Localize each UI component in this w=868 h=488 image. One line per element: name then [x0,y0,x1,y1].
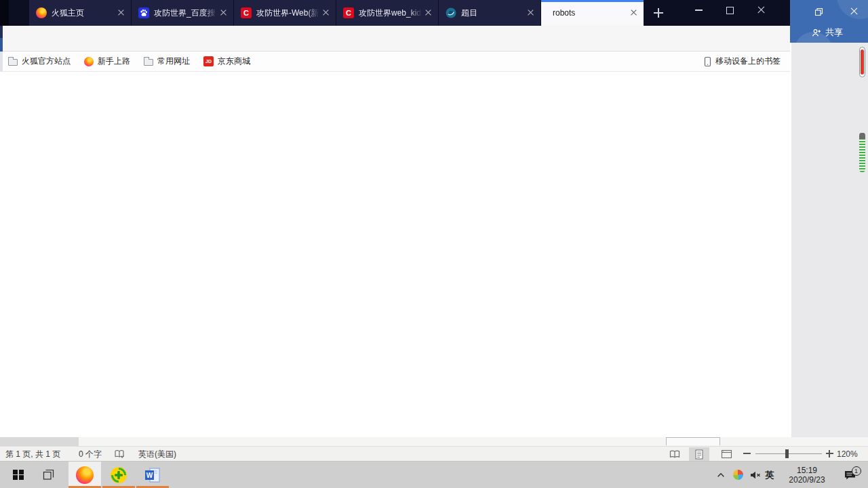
ime-label: 英 [766,469,774,481]
word-zoom-level[interactable]: 120% [837,449,858,460]
word-share-button[interactable]: 共享 [811,26,843,39]
notification-badge: 1 [852,466,861,476]
clock-time: 15:19 [797,466,817,475]
jd-favicon: JD [203,56,214,66]
tab-title: robots [553,8,629,18]
tab-close-icon[interactable] [423,7,434,18]
tab-close-icon[interactable] [116,7,127,18]
tab-title: 题目 [461,7,526,19]
print-layout-button[interactable] [689,447,709,461]
browser-tab[interactable]: 题目 [439,0,541,26]
web-layout-button[interactable] [716,447,736,461]
close-icon [757,6,766,15]
firefox-window: 火狐主页攻防世界_百度搜C攻防世界-Web(新C攻防世界web_kid题目rob… [0,0,790,437]
word-vertical-scrollbar-thumb[interactable] [859,47,865,77]
tab-title: 攻防世界web_kid [359,7,423,19]
tray-clock[interactable]: 15:19 2020/9/23 [780,462,834,488]
proofing-icon[interactable] [114,449,125,459]
taskbar-firefox-button[interactable] [68,462,101,488]
tab-title: 攻防世界_百度搜 [154,7,218,19]
navigation-toolbar: 220.249.52.133:34094 [0,26,790,52]
browser-tab[interactable]: 攻防世界_百度搜 [132,0,234,26]
baidu-favicon [138,7,149,18]
browser-maximize-button[interactable] [714,0,745,20]
firefox-favicon [84,57,94,66]
plus-icon-v [658,8,659,18]
word-restore-button[interactable] [808,4,829,19]
tab-close-icon[interactable] [321,7,332,18]
taskbar-word-button[interactable]: W [136,462,169,488]
csdn-favicon: C [343,7,354,18]
page-content-blank[interactable] [0,72,790,437]
firefox-favicon [36,7,47,18]
browser-tab[interactable]: robots [541,0,644,26]
bookmark-item[interactable]: 新手上路 [84,56,130,67]
word-horizontal-scrollbar[interactable] [0,437,868,446]
tab-bar-left-edge [0,0,9,26]
browser-close-button[interactable] [745,0,776,20]
action-center-button[interactable]: 1 [838,462,861,488]
pinwheel-icon [733,470,743,480]
tray-volume[interactable] [747,462,763,488]
mobile-bookmarks-label: 移动设备上的书签 [715,56,781,67]
taskbar-360-button[interactable] [102,462,135,488]
zoom-slider-track[interactable] [755,453,822,454]
word-horizontal-scrollbar-thumb[interactable] [0,437,79,446]
browser-tab[interactable]: C攻防世界-Web(新 [234,0,336,26]
tab-close-icon[interactable] [218,7,229,18]
word-page-info[interactable]: 第 1 页, 共 1 页 [5,449,60,460]
read-mode-button[interactable] [665,447,685,461]
folder-icon [144,59,153,66]
bookmarks-strip: 火狐官方站点新手上路常用网址JD京东商城 [8,52,250,71]
browser-tab[interactable]: 火狐主页 [29,0,132,26]
360-antivirus-icon [110,466,127,484]
word-document-area [790,43,868,446]
word-word-count[interactable]: 0 个字 [79,449,102,460]
restore-icon [814,7,823,16]
bookmark-item[interactable]: JD京东商城 [203,56,250,67]
screen: 共享 第 1 页, 共 1 页 0 个字 英语(美国) [0,0,868,488]
csdn-favicon: C [241,7,252,18]
red-scroll-marker [861,49,864,75]
word-language[interactable]: 英语(美国) [138,449,176,460]
share-person-icon [811,28,822,38]
svg-text:W: W [146,471,153,479]
word-icon: W [144,467,161,483]
bookmarks-toolbar: 火狐官方站点新手上路常用网址JD京东商城 移动设备上的书签 [0,52,790,72]
bookmark-label: 京东商城 [218,56,250,67]
browser-minimize-button[interactable] [683,0,714,20]
word-scrollbar-end-box [666,437,720,445]
tray-show-hidden-icons[interactable] [713,462,729,488]
zoom-in-button-v[interactable] [829,450,830,458]
tab-strip: 火狐主页攻防世界_百度搜C攻防世界-Web(新C攻防世界web_kid题目rob… [29,0,644,26]
zoom-slider-thumb[interactable] [785,449,789,458]
tray-ime-indicator[interactable]: 英 [762,462,777,488]
task-view-button[interactable] [34,462,62,488]
start-button[interactable] [4,462,33,488]
tab-close-icon[interactable] [526,7,536,18]
windows-logo-icon [13,470,24,481]
word-share-label: 共享 [825,26,843,39]
bookmark-item[interactable]: 常用网址 [144,56,190,67]
bookmark-label: 新手上路 [98,56,130,67]
new-tab-button[interactable] [649,3,668,22]
close-icon [850,7,859,16]
bookmark-label: 火狐官方站点 [22,56,71,67]
left-edge-window-sliver-bottom [0,52,3,71]
tray-pinwheel-app[interactable] [730,462,746,488]
word-close-button[interactable] [844,4,864,19]
firefox-icon [76,466,94,484]
green-scroll-marker [859,133,865,172]
print-layout-icon [694,449,705,460]
bookmark-item[interactable]: 火狐官方站点 [8,56,71,67]
tab-close-icon[interactable] [629,7,639,18]
minimize-icon [695,9,703,10]
clock-date: 2020/9/23 [789,475,825,485]
browser-tab[interactable]: C攻防世界web_kid [336,0,439,26]
mobile-bookmarks-button[interactable]: 移动设备上的书签 [703,52,781,71]
zoom-out-button[interactable] [743,453,751,454]
green-scroll-marker-cap [859,133,865,139]
tab-title: 火狐主页 [52,7,116,19]
windows-taskbar: https://blog.csdn.net/…_44953674 [0,461,868,488]
left-edge-window-sliver-top [0,26,3,38]
